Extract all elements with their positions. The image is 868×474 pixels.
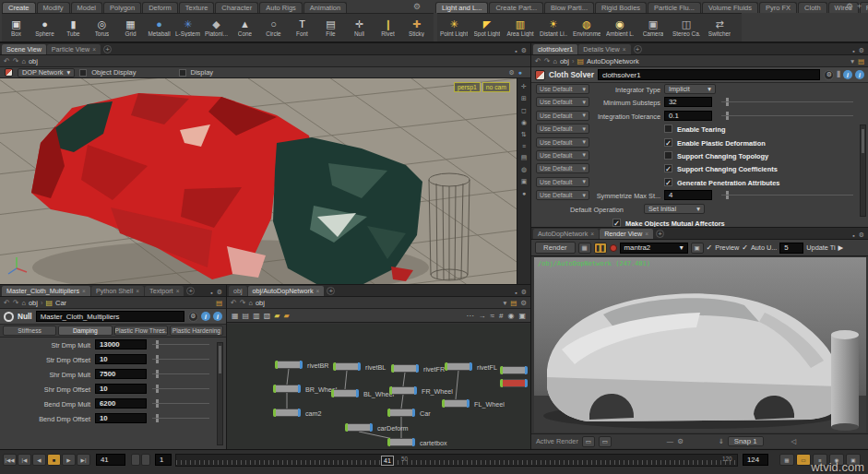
- net-toolbar-icon[interactable]: ▣: [518, 312, 526, 320]
- forward-icon[interactable]: ↷: [240, 299, 246, 307]
- param-field[interactable]: 10: [95, 413, 147, 423]
- render-button[interactable]: Render: [535, 242, 576, 254]
- pane-tab[interactable]: Render View×: [600, 229, 653, 239]
- close-icon[interactable]: ×: [645, 230, 648, 238]
- preview-toggle[interactable]: ✓Preview: [707, 243, 740, 252]
- param-checkbox[interactable]: [664, 151, 672, 160]
- path-segment[interactable]: AutoDopNetwork: [587, 57, 639, 65]
- shelf-tab[interactable]: Volume Fluids: [702, 2, 758, 13]
- shelf-tool[interactable]: ◍ Environme...: [570, 14, 603, 41]
- ipr-icon[interactable]: ▦: [578, 243, 591, 254]
- display-checkbox[interactable]: [179, 69, 186, 77]
- use-default-button[interactable]: Use Default▾: [536, 84, 589, 94]
- folder-tab[interactable]: Plastic Hardening: [170, 326, 223, 336]
- close-icon[interactable]: ×: [82, 287, 86, 295]
- network-node[interactable]: BL_Wheel: [331, 389, 359, 397]
- pane-tab[interactable]: obj/AutoDopNetwork×: [248, 286, 325, 296]
- node-name-field[interactable]: Master_Cloth_Multipliers: [36, 311, 184, 322]
- param-dropdown[interactable]: Implicit▾: [664, 84, 716, 94]
- home-icon[interactable]: ⌂: [21, 57, 26, 65]
- param-checkbox[interactable]: [664, 124, 672, 133]
- shelf-tool[interactable]: ✳ Point Light: [437, 14, 470, 41]
- param-field[interactable]: 0.1: [664, 111, 712, 121]
- viewport-tool-icon[interactable]: ▣: [521, 178, 528, 185]
- no-cam-badge[interactable]: no cam: [482, 82, 510, 92]
- viewport-tool-icon[interactable]: ≡: [522, 143, 526, 149]
- prev-snapshot-icon[interactable]: ▭: [582, 436, 595, 447]
- shelf-tool[interactable]: ● Metaball: [145, 14, 173, 41]
- network-node[interactable]: carDeform: [345, 423, 373, 432]
- folder-icon[interactable]: ▤: [216, 299, 222, 307]
- help-icon[interactable]: i: [213, 312, 222, 321]
- frame-dec-button[interactable]: [131, 454, 140, 466]
- info-icon[interactable]: i: [201, 312, 210, 321]
- range-end-field[interactable]: 124: [743, 454, 768, 466]
- pane-menu-icon[interactable]: ⚙: [859, 47, 864, 54]
- param-field[interactable]: 7500: [95, 369, 147, 379]
- path-segment[interactable]: obj: [29, 57, 38, 65]
- pane-maximize-icon[interactable]: ▪: [515, 48, 517, 54]
- back-icon[interactable]: ↶: [231, 299, 237, 307]
- shelf-tab[interactable]: Rigid Bodies: [595, 2, 647, 13]
- toolbar-gear-icon[interactable]: ⚙: [508, 69, 514, 77]
- shelf-tab[interactable]: Animation: [303, 2, 347, 13]
- pane-menu-icon[interactable]: ⚙: [217, 289, 222, 296]
- param-checkbox[interactable]: [664, 178, 672, 186]
- shelf-tool[interactable]: ◆ Platoni...: [202, 14, 231, 41]
- back-icon[interactable]: ↶: [4, 299, 10, 307]
- shelf-tab[interactable]: Light and L...: [435, 2, 488, 13]
- use-default-button[interactable]: Use Default▾: [536, 163, 589, 173]
- pane-menu-icon[interactable]: ⚙: [859, 231, 864, 239]
- pane-maximize-icon[interactable]: ▪: [852, 232, 854, 239]
- net-toolbar-icon[interactable]: →: [479, 312, 486, 320]
- param-slider[interactable]: [152, 339, 209, 350]
- param-field[interactable]: 32: [664, 97, 712, 107]
- camera-name-badge[interactable]: persp1: [454, 82, 481, 92]
- shelf-tool[interactable]: ✚ Sticky: [402, 14, 431, 41]
- network-canvas[interactable]: rivetBR rivetBL rivetFR rivetFL: [227, 324, 530, 449]
- transport-button[interactable]: ■: [47, 454, 61, 466]
- network-node[interactable]: Car: [387, 409, 415, 417]
- use-default-button[interactable]: Use Default▾: [536, 177, 589, 187]
- pane-tab[interactable]: Python Shell×: [91, 286, 144, 296]
- new-tab-button[interactable]: +: [186, 287, 195, 295]
- forward-icon[interactable]: ↷: [544, 57, 551, 65]
- shelf-tab[interactable]: Cloth: [798, 2, 827, 13]
- new-tab-button[interactable]: +: [656, 230, 664, 238]
- param-slider[interactable]: [152, 398, 209, 409]
- home-icon[interactable]: ⌂: [248, 299, 253, 307]
- net-toolbar-icon[interactable]: ◉: [507, 312, 514, 320]
- timeline-ruler[interactable]: 50120 41: [175, 454, 738, 467]
- default-operation-dropdown[interactable]: Set Initial▾: [644, 204, 705, 214]
- pane-tab[interactable]: Textport×: [145, 286, 184, 296]
- shelf-tool[interactable]: ▲ Cone: [231, 14, 259, 41]
- playbar-option-button[interactable]: ▦: [779, 454, 794, 466]
- network-node[interactable]: rivetBR: [275, 361, 303, 369]
- shelf-tab[interactable]: Texture: [179, 2, 215, 13]
- network-node[interactable]: FR_Wheel: [389, 386, 417, 395]
- folder-tab[interactable]: Damping: [58, 326, 112, 336]
- net-toolbar-icon[interactable]: ▤: [243, 312, 250, 320]
- net-toolbar-icon[interactable]: ≈: [491, 312, 494, 320]
- network-node[interactable]: rivetFR: [391, 364, 419, 373]
- close-icon[interactable]: ×: [136, 287, 139, 295]
- viewport-3d[interactable]: [0, 78, 517, 284]
- pane-tab[interactable]: Particle View×: [47, 44, 101, 54]
- shelf-tool[interactable]: ✳ L-System: [173, 14, 202, 41]
- playbar-option-button[interactable]: ▭: [796, 454, 811, 466]
- param-field[interactable]: 4: [664, 190, 712, 200]
- param-slider[interactable]: [152, 354, 209, 364]
- shelf-tab[interactable]: Model: [71, 2, 102, 13]
- network-node[interactable]: ster: [500, 366, 528, 374]
- mutual-affectors-checkbox[interactable]: ✓: [612, 219, 621, 227]
- network-node[interactable]: cartetbox: [387, 438, 415, 446]
- pane-menu-icon[interactable]: ⚙: [521, 47, 527, 54]
- node-name-field[interactable]: clothsolver1: [598, 69, 820, 80]
- pane-tab[interactable]: Master_Cloth_Multipliers×: [2, 286, 90, 296]
- param-field[interactable]: 13000: [95, 339, 147, 350]
- pane-maximize-icon[interactable]: ▪: [852, 48, 854, 54]
- auto-update-toggle[interactable]: ✓Auto U...: [742, 243, 777, 252]
- renderer-dropdown[interactable]: mantra2▾: [620, 243, 688, 254]
- viewport-tool-icon[interactable]: ✛: [521, 83, 527, 90]
- transport-button[interactable]: ▶: [62, 454, 76, 466]
